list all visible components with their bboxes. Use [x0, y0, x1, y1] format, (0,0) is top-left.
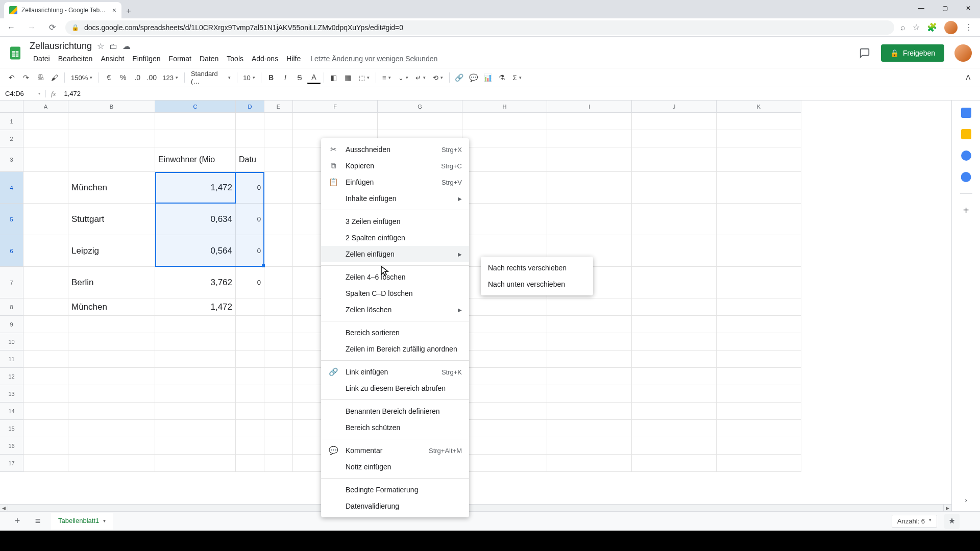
- extensions-icon[interactable]: 🧩: [927, 22, 937, 32]
- all-sheets-button[interactable]: ≡: [31, 516, 45, 527]
- cell[interactable]: [547, 420, 632, 437]
- cell[interactable]: [632, 420, 717, 437]
- cell[interactable]: [68, 333, 155, 350]
- redo-button[interactable]: ↷: [19, 71, 33, 84]
- cell[interactable]: [23, 350, 68, 368]
- menu-edit[interactable]: Bearbeiten: [55, 53, 96, 65]
- star-icon[interactable]: ☆: [913, 22, 920, 32]
- cell[interactable]: [68, 130, 155, 147]
- cell[interactable]: [547, 147, 632, 172]
- cell[interactable]: [717, 316, 801, 333]
- row-header[interactable]: 10: [0, 333, 23, 350]
- cell[interactable]: [547, 172, 632, 204]
- cell[interactable]: [462, 437, 547, 455]
- cell[interactable]: [462, 350, 547, 368]
- cell[interactable]: [717, 455, 801, 472]
- move-document-icon[interactable]: 🗀: [109, 42, 117, 51]
- cell[interactable]: [23, 130, 68, 147]
- cell[interactable]: [236, 455, 264, 472]
- spreadsheet-grid[interactable]: ABCDEFGHIJK 123Einwohner (MioDatu4Münche…: [0, 101, 951, 511]
- cell[interactable]: [68, 147, 155, 172]
- cell[interactable]: [547, 368, 632, 385]
- cm-data-validation[interactable]: Datenvalidierung: [321, 498, 469, 514]
- cell[interactable]: [547, 333, 632, 350]
- cell[interactable]: Einwohner (Mio: [155, 147, 236, 172]
- cell[interactable]: [23, 455, 68, 472]
- column-header[interactable]: D: [236, 101, 264, 113]
- cell[interactable]: [547, 350, 632, 368]
- cm-insert-rows[interactable]: 3 Zeilen einfügen: [321, 213, 469, 230]
- undo-button[interactable]: ↶: [5, 71, 18, 84]
- font-select[interactable]: Standard (…: [188, 70, 234, 85]
- functions-button[interactable]: Σ: [510, 74, 525, 82]
- cell[interactable]: [23, 316, 68, 333]
- cell[interactable]: [462, 147, 547, 172]
- cm-insert-cells[interactable]: Zellen einfügen▶: [321, 246, 469, 262]
- row-header[interactable]: 11: [0, 350, 23, 368]
- borders-button[interactable]: ▦: [341, 71, 355, 84]
- menu-addons[interactable]: Add-ons: [248, 53, 282, 65]
- cm-delete-rows[interactable]: Zeilen 4–6 löschen: [321, 269, 469, 285]
- cell[interactable]: [264, 267, 293, 298]
- cm-named-range[interactable]: Benannten Bereich definieren: [321, 403, 469, 419]
- cm-comment[interactable]: 💬KommentarStrg+Alt+M: [321, 442, 469, 459]
- row-header[interactable]: 2: [0, 130, 23, 147]
- paint-format-button[interactable]: 🖌: [48, 71, 61, 84]
- cell[interactable]: [155, 113, 236, 130]
- cm-randomize[interactable]: Zeilen im Bereich zufällig anordnen: [321, 341, 469, 357]
- cell[interactable]: [717, 368, 801, 385]
- cell[interactable]: [717, 113, 801, 130]
- cell[interactable]: [236, 420, 264, 437]
- row-header[interactable]: 5: [0, 204, 23, 235]
- column-header[interactable]: I: [547, 101, 632, 113]
- cell[interactable]: [264, 113, 293, 130]
- reload-button[interactable]: ⟳: [45, 20, 59, 35]
- text-wrap-button[interactable]: ↵: [412, 74, 429, 82]
- cell[interactable]: [632, 172, 717, 204]
- cell[interactable]: [68, 368, 155, 385]
- cell[interactable]: 3,762: [155, 267, 236, 298]
- column-header[interactable]: F: [293, 101, 378, 113]
- font-size-select[interactable]: 10: [240, 74, 258, 82]
- cell[interactable]: München: [68, 298, 155, 316]
- cell[interactable]: [155, 455, 236, 472]
- cell[interactable]: [632, 437, 717, 455]
- cell[interactable]: [462, 368, 547, 385]
- cell[interactable]: [632, 455, 717, 472]
- cm-copy[interactable]: ⧉KopierenStrg+C: [321, 158, 469, 174]
- cell[interactable]: Datu: [236, 147, 264, 172]
- minimize-window-button[interactable]: —: [910, 0, 933, 16]
- cell[interactable]: [462, 316, 547, 333]
- row-header[interactable]: 14: [0, 403, 23, 420]
- cell[interactable]: [155, 368, 236, 385]
- cell[interactable]: [236, 130, 264, 147]
- cell[interactable]: 0: [236, 172, 264, 204]
- add-addon-icon[interactable]: +: [961, 205, 971, 215]
- maximize-window-button[interactable]: ▢: [933, 0, 957, 16]
- cell[interactable]: [23, 368, 68, 385]
- cell[interactable]: 1,472: [155, 172, 236, 204]
- cell[interactable]: [23, 235, 68, 267]
- cell[interactable]: [155, 385, 236, 403]
- row-header[interactable]: 7: [0, 267, 23, 298]
- browser-tab[interactable]: Zellausrichtung - Google Tabell… ×: [4, 2, 121, 18]
- cell[interactable]: [264, 316, 293, 333]
- cell[interactable]: 0,634: [155, 204, 236, 235]
- back-button[interactable]: ←: [4, 20, 18, 35]
- cell[interactable]: [547, 316, 632, 333]
- cell[interactable]: 0,564: [155, 235, 236, 267]
- cell[interactable]: [23, 385, 68, 403]
- cell[interactable]: [717, 147, 801, 172]
- cell[interactable]: [264, 172, 293, 204]
- cell[interactable]: [547, 298, 632, 316]
- cell[interactable]: [293, 113, 378, 130]
- row-header[interactable]: 3: [0, 147, 23, 172]
- cell[interactable]: [155, 403, 236, 420]
- close-window-button[interactable]: ✕: [957, 0, 980, 16]
- cell[interactable]: [68, 455, 155, 472]
- cell[interactable]: [462, 420, 547, 437]
- cell[interactable]: [68, 385, 155, 403]
- close-tab-icon[interactable]: ×: [112, 6, 116, 14]
- cell[interactable]: [23, 420, 68, 437]
- horizontal-align-button[interactable]: ≡: [379, 74, 394, 82]
